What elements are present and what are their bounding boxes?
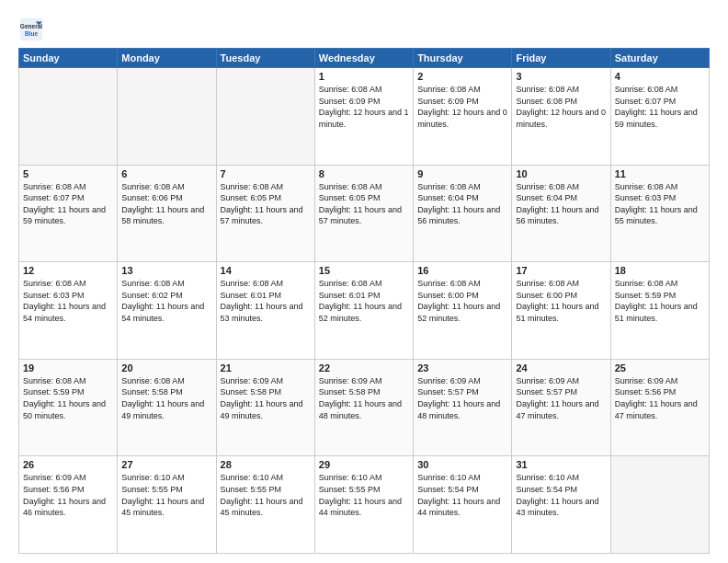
calendar-cell: 18Sunrise: 6:08 AM Sunset: 5:59 PM Dayli… (610, 262, 709, 360)
calendar-header-row: SundayMondayTuesdayWednesdayThursdayFrid… (19, 49, 710, 68)
day-info: Sunrise: 6:09 AM Sunset: 5:56 PM Dayligh… (23, 472, 113, 518)
calendar-header-tuesday: Tuesday (216, 49, 314, 68)
calendar-week-0: 1Sunrise: 6:08 AM Sunset: 6:09 PM Daylig… (19, 68, 710, 166)
calendar-cell: 25Sunrise: 6:09 AM Sunset: 5:56 PM Dayli… (610, 359, 709, 456)
day-info: Sunrise: 6:10 AM Sunset: 5:54 PM Dayligh… (417, 472, 507, 518)
day-number: 29 (319, 459, 409, 470)
calendar-cell: 15Sunrise: 6:08 AM Sunset: 6:01 PM Dayli… (314, 262, 413, 360)
calendar-cell: 26Sunrise: 6:09 AM Sunset: 5:56 PM Dayli… (19, 456, 118, 554)
day-number: 10 (516, 168, 606, 179)
day-number: 21 (221, 362, 311, 373)
day-info: Sunrise: 6:08 AM Sunset: 6:06 PM Dayligh… (121, 181, 211, 227)
logo: General Blue (18, 17, 48, 42)
calendar-cell: 31Sunrise: 6:10 AM Sunset: 5:54 PM Dayli… (512, 456, 610, 554)
calendar-cell: 10Sunrise: 6:08 AM Sunset: 6:04 PM Dayli… (512, 165, 610, 262)
day-info: Sunrise: 6:08 AM Sunset: 6:01 PM Dayligh… (221, 278, 311, 324)
calendar-cell: 8Sunrise: 6:08 AM Sunset: 6:05 PM Daylig… (314, 165, 413, 262)
calendar-cell: 22Sunrise: 6:09 AM Sunset: 5:58 PM Dayli… (314, 359, 413, 456)
calendar-cell: 21Sunrise: 6:09 AM Sunset: 5:58 PM Dayli… (216, 359, 314, 456)
calendar-header-monday: Monday (118, 49, 216, 68)
calendar-cell: 24Sunrise: 6:09 AM Sunset: 5:57 PM Dayli… (512, 359, 610, 456)
calendar-cell: 12Sunrise: 6:08 AM Sunset: 6:03 PM Dayli… (19, 262, 118, 360)
day-number: 5 (23, 168, 113, 179)
day-number: 22 (319, 362, 409, 373)
calendar-week-3: 19Sunrise: 6:08 AM Sunset: 5:59 PM Dayli… (19, 359, 710, 456)
day-number: 19 (23, 362, 113, 373)
calendar-header-thursday: Thursday (414, 49, 512, 68)
day-number: 14 (221, 265, 311, 276)
day-number: 18 (615, 265, 705, 276)
day-info: Sunrise: 6:09 AM Sunset: 5:56 PM Dayligh… (615, 375, 705, 421)
day-number: 11 (615, 168, 705, 179)
day-number: 15 (319, 265, 409, 276)
day-info: Sunrise: 6:08 AM Sunset: 5:59 PM Dayligh… (23, 375, 113, 421)
day-info: Sunrise: 6:08 AM Sunset: 6:05 PM Dayligh… (221, 181, 311, 227)
day-info: Sunrise: 6:08 AM Sunset: 6:01 PM Dayligh… (319, 278, 409, 324)
day-info: Sunrise: 6:08 AM Sunset: 6:00 PM Dayligh… (417, 278, 507, 324)
day-number: 4 (615, 71, 705, 82)
calendar-cell (216, 68, 314, 166)
calendar-cell: 5Sunrise: 6:08 AM Sunset: 6:07 PM Daylig… (19, 165, 118, 262)
day-number: 8 (319, 168, 409, 179)
day-info: Sunrise: 6:08 AM Sunset: 6:07 PM Dayligh… (615, 84, 705, 130)
calendar-cell: 4Sunrise: 6:08 AM Sunset: 6:07 PM Daylig… (610, 68, 709, 166)
day-info: Sunrise: 6:08 AM Sunset: 6:05 PM Dayligh… (319, 181, 409, 227)
calendar-week-1: 5Sunrise: 6:08 AM Sunset: 6:07 PM Daylig… (19, 165, 710, 262)
day-number: 6 (121, 168, 211, 179)
day-number: 25 (615, 362, 705, 373)
day-number: 23 (417, 362, 507, 373)
calendar-header-wednesday: Wednesday (314, 49, 413, 68)
day-info: Sunrise: 6:09 AM Sunset: 5:58 PM Dayligh… (319, 375, 409, 421)
calendar-cell: 23Sunrise: 6:09 AM Sunset: 5:57 PM Dayli… (414, 359, 512, 456)
day-number: 16 (417, 265, 507, 276)
calendar-cell: 19Sunrise: 6:08 AM Sunset: 5:59 PM Dayli… (19, 359, 118, 456)
day-number: 27 (121, 459, 211, 470)
calendar-cell (118, 68, 216, 166)
calendar-cell: 2Sunrise: 6:08 AM Sunset: 6:09 PM Daylig… (414, 68, 512, 166)
day-info: Sunrise: 6:08 AM Sunset: 6:04 PM Dayligh… (516, 181, 606, 227)
calendar-cell: 20Sunrise: 6:08 AM Sunset: 5:58 PM Dayli… (118, 359, 216, 456)
day-number: 13 (121, 265, 211, 276)
day-info: Sunrise: 6:08 AM Sunset: 6:03 PM Dayligh… (23, 278, 113, 324)
page: General Blue SundayMondayTuesdayWednesda… (0, 0, 728, 563)
day-number: 7 (221, 168, 311, 179)
calendar-cell: 7Sunrise: 6:08 AM Sunset: 6:05 PM Daylig… (216, 165, 314, 262)
day-info: Sunrise: 6:08 AM Sunset: 6:02 PM Dayligh… (121, 278, 211, 324)
calendar-week-4: 26Sunrise: 6:09 AM Sunset: 5:56 PM Dayli… (19, 456, 710, 554)
calendar-header-friday: Friday (512, 49, 610, 68)
day-info: Sunrise: 6:09 AM Sunset: 5:58 PM Dayligh… (221, 375, 311, 421)
day-info: Sunrise: 6:08 AM Sunset: 6:00 PM Dayligh… (516, 278, 606, 324)
calendar-cell: 1Sunrise: 6:08 AM Sunset: 6:09 PM Daylig… (314, 68, 413, 166)
calendar-cell: 3Sunrise: 6:08 AM Sunset: 6:08 PM Daylig… (512, 68, 610, 166)
calendar-cell: 6Sunrise: 6:08 AM Sunset: 6:06 PM Daylig… (118, 165, 216, 262)
logo-icon: General Blue (18, 17, 44, 42)
day-info: Sunrise: 6:08 AM Sunset: 6:08 PM Dayligh… (516, 84, 606, 130)
day-number: 2 (417, 71, 507, 82)
day-number: 12 (23, 265, 113, 276)
calendar-cell (610, 456, 709, 554)
day-number: 24 (516, 362, 606, 373)
day-info: Sunrise: 6:10 AM Sunset: 5:54 PM Dayligh… (516, 472, 606, 518)
day-number: 1 (319, 71, 409, 82)
day-number: 30 (417, 459, 507, 470)
day-number: 26 (23, 459, 113, 470)
calendar-cell: 27Sunrise: 6:10 AM Sunset: 5:55 PM Dayli… (118, 456, 216, 554)
day-info: Sunrise: 6:08 AM Sunset: 5:59 PM Dayligh… (615, 278, 705, 324)
calendar-cell: 11Sunrise: 6:08 AM Sunset: 6:03 PM Dayli… (610, 165, 709, 262)
calendar-header-saturday: Saturday (610, 49, 709, 68)
day-info: Sunrise: 6:08 AM Sunset: 6:03 PM Dayligh… (615, 181, 705, 227)
day-info: Sunrise: 6:08 AM Sunset: 5:58 PM Dayligh… (121, 375, 211, 421)
day-number: 31 (516, 459, 606, 470)
calendar-cell: 30Sunrise: 6:10 AM Sunset: 5:54 PM Dayli… (414, 456, 512, 554)
day-number: 28 (221, 459, 311, 470)
day-number: 9 (417, 168, 507, 179)
calendar-cell: 9Sunrise: 6:08 AM Sunset: 6:04 PM Daylig… (414, 165, 512, 262)
day-number: 20 (121, 362, 211, 373)
calendar-cell: 16Sunrise: 6:08 AM Sunset: 6:00 PM Dayli… (414, 262, 512, 360)
day-info: Sunrise: 6:08 AM Sunset: 6:09 PM Dayligh… (319, 84, 409, 130)
calendar-week-2: 12Sunrise: 6:08 AM Sunset: 6:03 PM Dayli… (19, 262, 710, 360)
day-info: Sunrise: 6:09 AM Sunset: 5:57 PM Dayligh… (516, 375, 606, 421)
svg-text:Blue: Blue (25, 30, 38, 37)
calendar-cell: 29Sunrise: 6:10 AM Sunset: 5:55 PM Dayli… (314, 456, 413, 554)
day-info: Sunrise: 6:08 AM Sunset: 6:09 PM Dayligh… (417, 84, 507, 130)
